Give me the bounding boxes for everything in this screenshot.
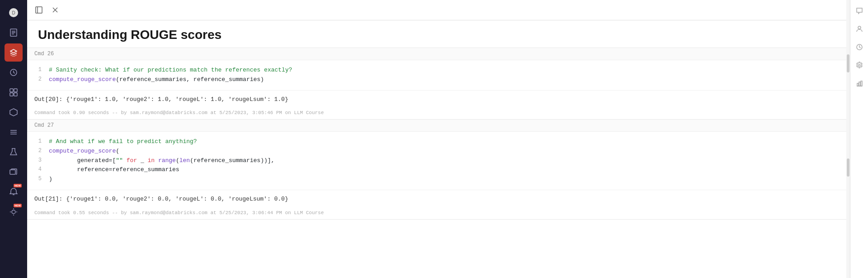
new-badge-alerts: NEW [14,184,22,187]
svg-rect-29 [861,81,862,86]
sidebar-icon-ai[interactable]: NEW [5,203,23,221]
code-text-2-5: ) [49,175,839,184]
right-icon-chart[interactable] [852,76,867,91]
code-paren-2: ( [116,148,119,154]
svg-rect-10 [14,93,17,96]
code-text-2-3: generated=["" for _ in range(len(referen… [49,156,839,166]
sidebar-icon-layers[interactable] [5,43,23,62]
cell-2: Cmd 27 1 # And what if we fail to predic… [27,120,846,219]
cell-2-header: Cmd 27 [27,120,846,132]
svg-point-23 [858,26,861,29]
cell-2-meta: Command took 0.55 seconds -- by sam.raym… [27,208,846,219]
sidebar-icon-alerts[interactable]: NEW [5,183,23,201]
code-text-2-4: reference=reference_summaries [49,165,839,175]
code-line-2-4: 4 reference=reference_summaries [34,165,839,175]
code-text-1-2: compute_rouge_score(reference_summaries,… [49,75,839,85]
cell-1-meta: Command took 0.90 seconds -- by sam.raym… [27,108,846,119]
cell-1-output: Out[20]: {'rouge1': 1.0, 'rouge2': 1.0, … [27,90,846,109]
line-num-2-1: 1 [34,137,42,147]
sidebar-icon-collections[interactable] [5,163,23,181]
cell-2-code: 1 # And what if we fail to predict anyth… [27,132,846,190]
line-num-2-2: 2 [34,147,42,156]
top-bar [27,0,846,20]
line-num-2-5: 5 [34,175,42,184]
code-line-2-5: 5 ) [34,175,839,184]
svg-point-18 [12,210,15,214]
cell-1: Cmd 26 1 # Sanity check: What if our pre… [27,48,846,120]
right-icon-history[interactable] [852,40,867,54]
sidebar-icon-dashboard[interactable] [5,83,23,101]
code-text-2-1: # And what if we fail to predict anythin… [49,137,839,147]
code-text-1-1: # Sanity check: What if our predictions … [49,66,839,75]
svg-marker-11 [10,109,17,116]
sidebar-icon-models[interactable] [5,103,23,121]
cell-1-code: 1 # Sanity check: What if our prediction… [27,60,846,90]
right-icon-comment[interactable] [852,4,867,18]
cell-1-header: Cmd 26 [27,48,846,60]
sidebar: D [0,0,27,278]
code-line-1-1: 1 # Sanity check: What if our prediction… [34,66,839,75]
code-func-2: compute_rouge_score [49,148,116,154]
code-text-2-2: compute_rouge_score( [49,147,839,156]
right-icon-user[interactable] [852,22,867,36]
code-line-2-2: 2 compute_rouge_score( [34,147,839,156]
code-line-2-1: 1 # And what if we fail to predict anyth… [34,137,839,147]
notebook-content: Understanding ROUGE scores Cmd 26 1 # Sa… [27,20,846,278]
right-panel [850,0,868,278]
svg-rect-7 [10,89,13,92]
scrollbar-track[interactable] [846,0,850,278]
line-num-2-3: 3 [34,156,42,166]
sidebar-icon-notebook[interactable] [5,24,23,42]
sidebar-icon-flask[interactable] [5,143,23,161]
sidebar-icon-history[interactable] [5,63,23,81]
svg-rect-8 [14,89,17,92]
close-button[interactable] [49,4,61,16]
main-content: Understanding ROUGE scores Cmd 26 1 # Sa… [27,0,846,278]
right-icon-settings[interactable] [852,58,867,72]
svg-point-25 [859,64,860,66]
line-num-2-4: 4 [34,165,42,175]
scrollbar-thumb-2[interactable] [847,158,849,177]
code-line-2-3: 3 generated=["" for _ in range(len(refer… [34,156,839,166]
sidebar-icon-experiments[interactable] [5,123,23,141]
notebook-title: Understanding ROUGE scores [27,20,846,48]
code-func-1: compute_rouge_score [49,76,116,83]
line-num-1-1: 1 [34,66,42,75]
svg-rect-16 [10,170,15,174]
code-line-1-2: 2 compute_rouge_score(reference_summarie… [34,75,839,85]
sidebar-toggle-button[interactable] [33,4,45,16]
sidebar-logo[interactable]: D [5,4,23,22]
svg-rect-9 [10,93,13,96]
cell-2-output: Out[21]: {'rouge1': 0.0, 'rouge2': 0.0, … [27,190,846,208]
svg-rect-27 [857,83,859,86]
svg-text:D: D [12,10,15,15]
scrollbar-thumb-1[interactable] [847,54,849,72]
new-badge-ai: NEW [14,204,22,207]
line-num-1-2: 2 [34,75,42,85]
svg-rect-19 [36,7,42,13]
code-args-1: (reference_summaries, reference_summarie… [116,76,264,83]
svg-rect-28 [859,82,860,86]
